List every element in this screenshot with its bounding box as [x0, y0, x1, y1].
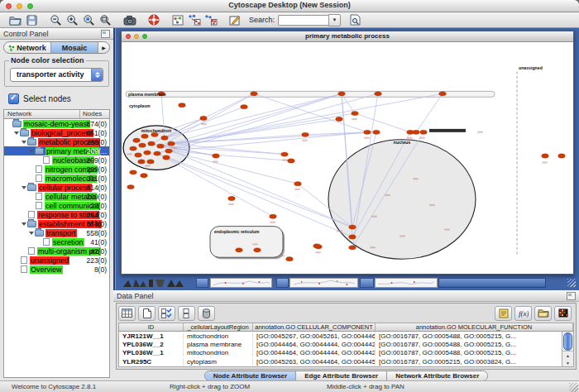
network-node[interactable]	[213, 154, 220, 158]
notes-icon[interactable]	[495, 306, 512, 321]
network-node[interactable]	[375, 92, 382, 96]
table-row[interactable]: YPL036W__2plasma membrane[GO:0044464, GO…	[119, 340, 573, 348]
tree-item[interactable]: multi-organism pro42(0)	[4, 246, 109, 256]
background-window-sliver[interactable]	[375, 278, 438, 288]
network-node[interactable]	[130, 146, 137, 151]
network-node[interactable]	[147, 160, 155, 164]
tree-item[interactable]: unassigned223(0)	[4, 256, 109, 265]
formula-builder-icon[interactable]: f(x)	[514, 306, 532, 321]
tree-item[interactable]: macromolecule311(0)	[4, 174, 109, 183]
network-node[interactable]	[349, 225, 356, 229]
window-resize-grip[interactable]	[567, 279, 576, 287]
network-node[interactable]	[288, 159, 295, 163]
tree-item[interactable]: metabolic process280(0)	[4, 137, 109, 146]
tree-item[interactable]: cell communicat22(0)	[4, 201, 109, 210]
tree-item[interactable]: cellular metabo209(0)	[4, 192, 109, 201]
open-session-icon[interactable]	[8, 13, 22, 26]
tab-network-attribute-browser[interactable]: Network Attribute Browser	[387, 371, 487, 380]
window-titlebar[interactable]: Cytoscape Desktop (New Session)	[0, 0, 579, 12]
select-attributes-icon[interactable]	[158, 306, 175, 321]
tab-node-attribute-browser[interactable]: Node Attribute Browser	[205, 371, 297, 380]
search-options-dropdown[interactable]: ▼	[328, 14, 341, 26]
snapshot-camera-icon[interactable]	[122, 13, 136, 26]
disclosure-triangle-icon[interactable]	[13, 131, 20, 135]
save-session-icon[interactable]	[25, 13, 39, 26]
tree-item[interactable]: Overview8(0)	[4, 265, 109, 274]
network-node[interactable]	[165, 149, 173, 153]
network-node[interactable]	[420, 130, 428, 134]
table-row[interactable]: YLR295Ccytoplasm[GO:0045263, GO:0044464,…	[119, 357, 573, 366]
table-row[interactable]: YJR121W__1mitochondrion[GO:0045267, GO:0…	[119, 332, 573, 340]
network-node[interactable]	[364, 130, 371, 134]
delete-attribute-icon[interactable]	[198, 306, 215, 321]
import-attributes-icon[interactable]	[534, 306, 552, 321]
network-node[interactable]	[349, 246, 356, 250]
attribute-table-icon[interactable]	[118, 306, 136, 321]
zoom-in-icon[interactable]	[65, 13, 79, 26]
tab-edge-attribute-browser[interactable]: Edge Attribute Browser	[296, 371, 387, 380]
network-node[interactable]	[144, 151, 151, 155]
network-node[interactable]	[161, 136, 169, 140]
app-resize-grip[interactable]	[569, 383, 578, 392]
tab-mosaic[interactable]: Mosaic	[51, 42, 98, 53]
layout-partition-icon[interactable]	[203, 13, 218, 26]
disclosure-triangle-icon[interactable]	[21, 141, 27, 144]
tab-network[interactable]: Network	[4, 42, 51, 53]
new-attribute-icon[interactable]	[138, 306, 156, 321]
node-color-dropdown[interactable]: transporter activity	[10, 68, 103, 82]
column-header[interactable]: ID	[119, 323, 184, 331]
scrollbar-thumb[interactable]	[563, 332, 572, 351]
layout-network-icon[interactable]	[187, 13, 201, 26]
network-node[interactable]	[254, 248, 261, 252]
network-node[interactable]	[179, 103, 186, 108]
network-node[interactable]	[163, 155, 170, 160]
network-view-window[interactable]: primary metabolic process plasma membran…	[121, 31, 574, 275]
table-row[interactable]: YKR052Ccytoplasm[GO:0044464, GO:0044446,…	[119, 366, 573, 367]
zoom-fit-icon[interactable]	[98, 13, 112, 26]
network-node[interactable]	[130, 170, 137, 174]
tree-item[interactable]: establishment of lo558(0)	[4, 219, 109, 228]
disclosure-triangle-icon[interactable]	[28, 150, 35, 153]
background-window-sliver[interactable]	[122, 278, 193, 288]
network-node[interactable]	[127, 184, 135, 189]
network-node[interactable]	[241, 104, 248, 108]
annotation-edit-icon[interactable]	[227, 13, 242, 26]
float-panel-icon[interactable]	[567, 292, 576, 300]
scroll-up-icon[interactable]: ▲	[566, 353, 570, 358]
disclosure-triangle-icon[interactable]	[21, 186, 27, 189]
network-node[interactable]	[236, 248, 243, 252]
tree-item[interactable]: secretion41(0)	[4, 237, 109, 246]
select-nodes-checkbox[interactable]	[8, 93, 19, 104]
network-node[interactable]	[157, 144, 165, 148]
help-lifebuoy-icon[interactable]	[146, 13, 160, 26]
network-node[interactable]	[151, 132, 159, 136]
network-node[interactable]	[133, 138, 141, 142]
network-node[interactable]	[286, 257, 294, 261]
tree-item[interactable]: response to stimul264(0)	[4, 210, 109, 219]
background-window-sliver[interactable]	[210, 278, 272, 288]
disclosure-triangle-icon[interactable]	[28, 232, 35, 235]
network-node[interactable]	[148, 141, 156, 146]
network-node[interactable]	[349, 235, 356, 239]
background-window-titlebar[interactable]	[276, 278, 289, 288]
network-node[interactable]	[439, 92, 447, 96]
tree-item[interactable]: biological_process651(0)	[4, 128, 109, 137]
tree-item[interactable]: cellular process614(0)	[4, 183, 109, 192]
network-node[interactable]	[251, 92, 258, 96]
network-node[interactable]	[373, 130, 380, 134]
network-node[interactable]	[302, 132, 309, 136]
tree-item[interactable]: nitrogen compo209(0)	[4, 165, 109, 174]
unselect-attributes-icon[interactable]	[178, 306, 195, 321]
tree-item[interactable]: nucleobase-209(0)	[4, 155, 109, 165]
heatmap-icon[interactable]	[554, 306, 572, 321]
disclosure-triangle-icon[interactable]	[21, 222, 27, 226]
tab-overflow-arrow[interactable]: ▶	[98, 42, 109, 53]
network-node[interactable]	[413, 130, 420, 134]
tree-item[interactable]: mosaic-demo-yeast874(0)	[4, 119, 109, 128]
network-node[interactable]	[141, 134, 149, 138]
column-header[interactable]: _cellularLayoutRegion	[184, 323, 253, 331]
network-node[interactable]	[352, 111, 359, 115]
zoom-selected-region-icon[interactable]	[82, 13, 96, 26]
network-node[interactable]	[228, 196, 236, 200]
vizmapper-icon[interactable]	[170, 13, 184, 26]
